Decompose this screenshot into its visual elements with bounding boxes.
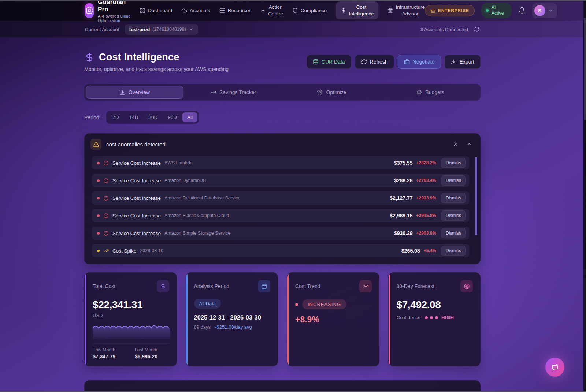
period-7d-button[interactable]: 7D [108, 112, 123, 122]
card-label: 30-Day Forecast [397, 283, 434, 289]
anomaly-amount: $265.08 [401, 248, 420, 254]
next-section-panel [84, 380, 481, 392]
total-cost-card: Total Cost $22,341.31 USD This Month $7,… [84, 272, 177, 366]
anomaly-change: +2828.2% [416, 160, 436, 165]
anomaly-amount: $375.55 [394, 160, 413, 166]
chevron-down-icon [189, 27, 194, 32]
page-header: Cost Intelligence Monitor, optimize, and… [84, 52, 481, 72]
list-scrollbar-thumb[interactable] [475, 157, 477, 235]
trending-up-icon [103, 248, 109, 254]
trending-up-icon [359, 280, 372, 292]
nav-right-cluster: ENTERPRISE AI Active S [425, 3, 557, 18]
cost-sparkline [93, 322, 170, 339]
dismiss-button[interactable]: Dismiss [441, 228, 466, 238]
severity-dot [97, 214, 100, 217]
enterprise-badge: ENTERPRISE [425, 5, 475, 16]
ai-chat-fab[interactable] [545, 358, 564, 377]
chevron-down-icon [548, 8, 553, 13]
dot-icon [260, 8, 266, 13]
landmark-icon [387, 8, 393, 13]
alert-circle-icon [103, 213, 109, 219]
tab-savings-tracker[interactable]: Savings Tracker [185, 86, 282, 99]
confidence-level: HIGH [441, 315, 454, 320]
alert-circle-icon [103, 231, 109, 236]
tab-overview[interactable]: Overview [86, 86, 183, 99]
calendar-icon [258, 280, 270, 292]
period-button-group: 7D 14D 30D 90D All [106, 111, 199, 124]
page-scrollbar[interactable] [583, 0, 586, 392]
period-90d-button[interactable]: 90D [163, 112, 182, 122]
close-icon[interactable] [451, 140, 460, 149]
cloud-icon [181, 8, 187, 14]
dollar-sign-icon [157, 280, 169, 292]
anomaly-row: Service Cost Increase AWS Lambda $375.55… [92, 156, 469, 169]
shield-icon [292, 8, 298, 14]
robot-chat-icon [550, 363, 559, 372]
dismiss-button[interactable]: Dismiss [441, 246, 466, 256]
anomaly-type: Cost Spike [112, 248, 136, 254]
cur-data-button[interactable]: CUR Data [307, 55, 351, 69]
dashboard-grid-icon [140, 8, 145, 14]
anomaly-change: +2913.9% [416, 195, 436, 201]
account-bar: Current Account: test-prod (174618040198… [0, 21, 586, 38]
tab-budgets[interactable]: Budgets [382, 86, 479, 99]
trending-up-icon [210, 89, 216, 95]
nav-label: Accounts [190, 8, 210, 13]
dismiss-button[interactable]: Dismiss [441, 158, 466, 168]
period-all-button[interactable]: All [182, 112, 197, 122]
anomaly-row: Service Cost Increase Amazon DynamoDB $2… [92, 174, 469, 187]
anomaly-type: Service Cost Increase [112, 231, 161, 236]
ai-status-pill: AI Active [481, 3, 512, 18]
accounts-status-group: 3 Accounts Connected [420, 26, 480, 32]
cost-anomalies-panel: cost anomalies detected Service Cost Inc… [84, 133, 481, 264]
nav-label: Resources [228, 8, 252, 13]
page-subtitle: Monitor, optimize, and track savings acr… [84, 66, 229, 72]
app-logo-cpu-icon[interactable] [85, 3, 94, 18]
period-selector-row: Period: 7D 14D 30D 90D All [84, 111, 481, 124]
nav-item-cost-intelligence[interactable]: Cost Intelligence [336, 1, 378, 19]
alert-circle-icon [103, 178, 109, 183]
tab-label: Optimize [326, 89, 346, 95]
refresh-accounts-icon[interactable] [474, 26, 480, 32]
nav-item-dashboard[interactable]: Dashboard [140, 8, 172, 14]
section-tabs: Overview Savings Tracker Optimize Budget… [84, 84, 481, 101]
page-scrollbar-thumb[interactable] [584, 18, 586, 120]
dismiss-button[interactable]: Dismiss [441, 193, 466, 203]
nav-item-resources[interactable]: Resources [219, 8, 252, 14]
total-cost-value: $22,341.31 [93, 299, 169, 311]
nav-item-infrastructure-advisor[interactable]: Infrastructure Advisor [387, 4, 425, 17]
date-range: 2025-12-31 - 2026-03-30 [194, 314, 271, 321]
page-title-block: Cost Intelligence Monitor, optimize, and… [84, 52, 229, 72]
tab-optimize[interactable]: Optimize [283, 86, 380, 99]
last-month-value: $6,996.20 [135, 354, 169, 359]
dismiss-button[interactable]: Dismiss [441, 175, 466, 186]
nav-item-action-centre[interactable]: Action Centre [260, 4, 283, 17]
refresh-button[interactable]: Refresh [355, 55, 394, 69]
notifications-bell-icon[interactable] [518, 7, 526, 14]
negotiate-button[interactable]: Negotiate [398, 55, 441, 69]
nav-label: Action Centre [268, 4, 283, 17]
confidence-label: Confidence: [397, 315, 422, 320]
period-label: Period: [84, 115, 100, 120]
dollar-sign-icon [341, 8, 346, 13]
export-button[interactable]: Export [445, 55, 481, 69]
dismiss-button[interactable]: Dismiss [441, 210, 466, 221]
forecast-value: $7,492.08 [397, 299, 473, 311]
user-menu[interactable]: S [532, 3, 557, 18]
nav-item-compliance[interactable]: Compliance [292, 8, 327, 14]
period-30d-button[interactable]: 30D [144, 112, 162, 122]
account-dropdown[interactable]: test-prod (174618040198) [125, 24, 198, 35]
confidence-dot [435, 316, 438, 319]
period-14d-button[interactable]: 14D [125, 112, 143, 122]
anomalies-title: cost anomalies detected [106, 141, 166, 148]
chevron-up-icon[interactable] [465, 140, 474, 149]
avatar: S [534, 5, 545, 16]
tab-label: Overview [129, 89, 150, 95]
button-label: CUR Data [322, 59, 345, 65]
account-name: test-prod [129, 27, 150, 32]
anomaly-row: Cost Spike 2026-03-10 $265.08 +5.4% Dism… [92, 244, 469, 257]
anomaly-amount: $288.28 [394, 178, 413, 183]
tab-label: Budgets [425, 89, 444, 95]
nav-item-accounts[interactable]: Accounts [181, 8, 210, 14]
severity-dot [97, 179, 100, 182]
